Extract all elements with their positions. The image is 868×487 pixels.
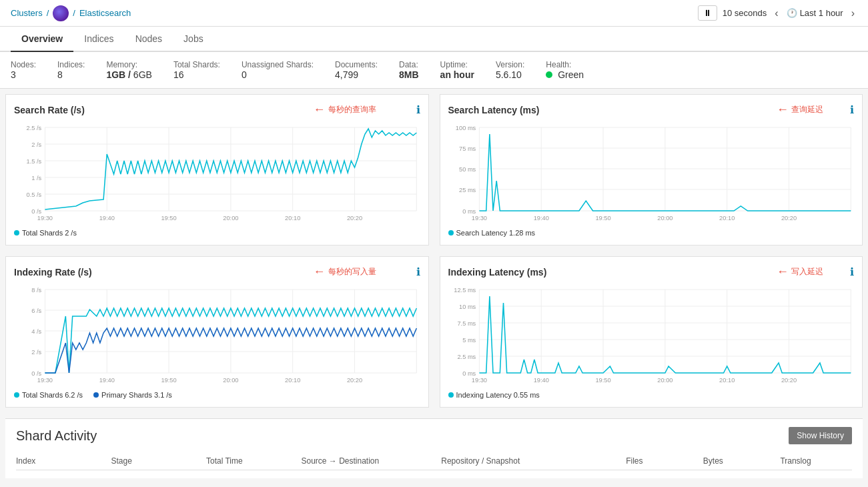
charts-container: Search Rate (/s) ← 每秒的查询率 ℹ	[0, 89, 868, 413]
col-files: Files	[626, 456, 698, 466]
search-latency-legend-dot	[448, 230, 454, 235]
search-latency-arrow: ←	[777, 103, 789, 117]
stats-bar: Nodes: 3 Indices: 8 Memory: 1GB / 6GB To…	[0, 52, 868, 89]
indexing-latency-header: Indexing Latency (ms) ← 写入延迟 ℹ	[448, 265, 855, 279]
stat-total-shards: Total Shards: 16	[173, 60, 220, 80]
search-rate-chart: 2.5 /s 2 /s 1.5 /s 1 /s 0.5 /s 0 /s 19:3…	[14, 121, 420, 224]
time-range-label: Last 1 hour	[800, 8, 843, 18]
health-text: Green	[558, 69, 584, 80]
tab-jobs[interactable]: Jobs	[173, 27, 214, 52]
indexing-rate-chart: 8 /s 6 /s 4 /s 2 /s 0 /s 19:30 19:40 19:…	[14, 283, 420, 386]
stat-uptime: Uptime: an hour	[440, 60, 474, 80]
unassigned-shards-label: Unassigned Shards:	[242, 60, 314, 69]
col-repo-snapshot: Repository / Snapshot	[441, 456, 620, 466]
svg-text:50 ms: 50 ms	[459, 166, 476, 173]
col-index: Index	[16, 456, 105, 466]
tab-indices[interactable]: Indices	[73, 27, 124, 52]
col-source-dest: Source → Destination	[301, 456, 436, 466]
clock-icon: 🕐	[787, 8, 797, 18]
shard-activity-header: Shard Activity Show History	[16, 427, 852, 444]
indexing-latency-legend-label: Indexing Latency 0.55 ms	[456, 391, 540, 399]
memory-label: Memory:	[106, 60, 151, 69]
pause-button[interactable]: ⏸	[698, 5, 717, 21]
total-shards-label: Total Shards:	[173, 60, 220, 69]
breadcrumb-current: Elasticsearch	[79, 8, 131, 18]
indexing-latency-annotation: 写入延迟	[791, 266, 823, 278]
svg-text:19:40: 19:40	[99, 377, 115, 384]
indexing-rate-arrow: ←	[314, 265, 326, 279]
show-history-button[interactable]: Show History	[789, 427, 852, 444]
search-rate-arrow: ←	[314, 103, 326, 117]
search-rate-header: Search Rate (/s) ← 每秒的查询率 ℹ	[14, 103, 420, 117]
indexing-rate-panel: Indexing Rate (/s) ← 每秒的写入量 ℹ 8 /s	[5, 256, 429, 408]
data-value: 8MB	[399, 69, 419, 80]
svg-text:19:50: 19:50	[161, 215, 176, 221]
svg-text:20:00: 20:00	[657, 215, 673, 221]
stat-data: Data: 8MB	[399, 60, 419, 80]
search-latency-info-icon[interactable]: ℹ	[850, 103, 854, 116]
top-controls: ⏸ 10 seconds ‹ 🕐 Last 1 hour ›	[698, 5, 857, 21]
time-range: 🕐 Last 1 hour	[787, 8, 843, 18]
svg-text:19:50: 19:50	[595, 377, 610, 384]
tab-nodes[interactable]: Nodes	[125, 27, 173, 52]
stat-health: Health: Green	[546, 60, 584, 80]
memory-value: 1GB / 6GB	[106, 69, 151, 80]
svg-text:0 ms: 0 ms	[462, 208, 476, 215]
total-shards-value: 16	[173, 69, 220, 80]
cluster-icon	[53, 5, 69, 21]
breadcrumb-clusters[interactable]: Clusters	[11, 8, 43, 18]
search-rate-title: Search Rate (/s)	[14, 105, 85, 115]
tab-overview[interactable]: Overview	[11, 27, 73, 52]
svg-text:20:00: 20:00	[223, 215, 238, 221]
version-value: 5.6.10	[496, 69, 524, 80]
indexing-rate-legend-dot1	[14, 392, 19, 398]
svg-text:19:40: 19:40	[533, 377, 548, 384]
indexing-latency-chart: 12.5 ms 10 ms 7.5 ms 5 ms 2.5 ms 0 ms 19…	[448, 283, 855, 386]
svg-text:19:50: 19:50	[595, 215, 610, 221]
search-rate-panel: Search Rate (/s) ← 每秒的查询率 ℹ	[5, 94, 429, 246]
indexing-rate-legend: Total Shards 6.2 /s Primary Shards 3.1 /…	[14, 391, 420, 399]
documents-value: 4,799	[335, 69, 378, 80]
stat-documents: Documents: 4,799	[335, 60, 378, 80]
svg-text:20:20: 20:20	[781, 377, 796, 384]
svg-text:19:40: 19:40	[533, 215, 548, 221]
health-label: Health:	[546, 60, 584, 69]
stat-memory: Memory: 1GB / 6GB	[106, 60, 151, 80]
svg-text:2 /s: 2 /s	[31, 349, 41, 356]
shard-activity-title: Shard Activity	[16, 428, 97, 444]
svg-text:20:00: 20:00	[657, 377, 673, 384]
svg-text:1.5 /s: 1.5 /s	[27, 158, 42, 165]
search-rate-info-icon[interactable]: ℹ	[416, 103, 420, 116]
search-latency-legend: Search Latency 1.28 ms	[448, 229, 855, 237]
svg-text:20:10: 20:10	[285, 377, 300, 384]
uptime-value: an hour	[440, 69, 474, 80]
svg-text:19:30: 19:30	[471, 377, 486, 384]
indexing-latency-info-icon[interactable]: ℹ	[850, 266, 854, 278]
svg-text:20:00: 20:00	[223, 377, 238, 384]
svg-text:10 ms: 10 ms	[459, 304, 476, 310]
indices-value: 8	[57, 69, 85, 80]
documents-label: Documents:	[335, 60, 378, 69]
indexing-latency-legend-dot	[448, 392, 454, 398]
indices-label: Indices:	[57, 60, 85, 69]
svg-text:2.5 /s: 2.5 /s	[27, 125, 42, 131]
svg-text:5 ms: 5 ms	[462, 337, 476, 344]
col-translog: Translog	[780, 456, 852, 466]
breadcrumb-sep1: /	[47, 8, 49, 18]
svg-text:75 ms: 75 ms	[459, 145, 476, 152]
indexing-latency-panel: Indexing Latency (ms) ← 写入延迟 ℹ 12	[440, 256, 863, 408]
shard-table-header: Index Stage Total Time Source → Destinat…	[16, 452, 852, 470]
svg-text:2 /s: 2 /s	[31, 141, 41, 148]
indexing-rate-info-icon[interactable]: ℹ	[416, 266, 420, 278]
indexing-latency-legend: Indexing Latency 0.55 ms	[448, 391, 855, 399]
version-label: Version:	[496, 60, 524, 69]
next-button[interactable]: ›	[849, 7, 857, 19]
prev-button[interactable]: ‹	[772, 7, 781, 19]
svg-text:8 /s: 8 /s	[31, 287, 41, 294]
svg-text:4 /s: 4 /s	[31, 328, 41, 335]
svg-text:20:10: 20:10	[285, 215, 300, 221]
svg-text:12.5 ms: 12.5 ms	[454, 287, 476, 294]
stat-unassigned-shards: Unassigned Shards: 0	[242, 60, 314, 80]
indexing-rate-annotation: 每秒的写入量	[328, 266, 376, 278]
indexing-rate-header: Indexing Rate (/s) ← 每秒的写入量 ℹ	[14, 265, 420, 279]
